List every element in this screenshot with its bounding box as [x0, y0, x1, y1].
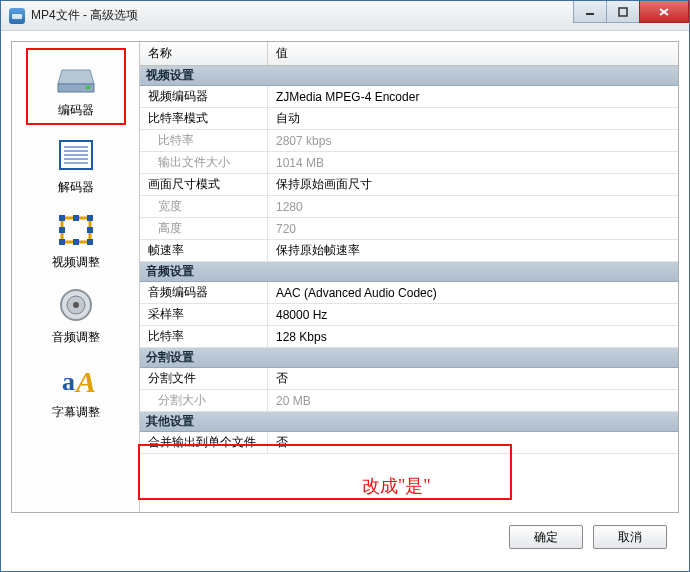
setting-key: 比特率 — [140, 326, 268, 347]
title-bar: MP4文件 - 高级选项 — [1, 1, 689, 31]
app-icon — [9, 8, 25, 24]
svg-text:a: a — [62, 367, 75, 396]
setting-row[interactable]: 画面尺寸模式保持原始画面尺寸 — [140, 174, 678, 196]
setting-key: 画面尺寸模式 — [140, 174, 268, 195]
setting-value[interactable]: 保持原始画面尺寸 — [268, 174, 678, 195]
svg-rect-19 — [73, 239, 79, 245]
sidebar: 编码器 解码器 — [12, 42, 140, 512]
setting-key: 分割文件 — [140, 368, 268, 389]
svg-rect-15 — [87, 215, 93, 221]
svg-rect-6 — [86, 86, 90, 89]
sidebar-item-video-adjust[interactable]: 视频调整 — [26, 202, 126, 275]
setting-row: 输出文件大小1014 MB — [140, 152, 678, 174]
setting-row[interactable]: 比特率128 Kbps — [140, 326, 678, 348]
setting-key: 比特率 — [140, 130, 268, 151]
sidebar-item-label: 音频调整 — [52, 329, 100, 346]
setting-key: 宽度 — [140, 196, 268, 217]
setting-row: 宽度1280 — [140, 196, 678, 218]
grid-header: 名称 值 — [140, 42, 678, 66]
section-other: 其他设置 — [140, 412, 678, 432]
setting-value[interactable]: 否 — [268, 368, 678, 389]
setting-key: 分割大小 — [140, 390, 268, 411]
sidebar-item-label: 解码器 — [58, 179, 94, 196]
svg-point-24 — [73, 302, 79, 308]
setting-value: 1014 MB — [268, 152, 678, 173]
decoder-icon — [52, 135, 100, 175]
sidebar-item-label: 字幕调整 — [52, 404, 100, 421]
col-name: 名称 — [140, 42, 268, 65]
sidebar-item-encoder[interactable]: 编码器 — [26, 48, 126, 125]
setting-row[interactable]: 采样率48000 Hz — [140, 304, 678, 326]
svg-rect-14 — [59, 215, 65, 221]
setting-value[interactable]: ZJMedia MPEG-4 Encoder — [268, 86, 678, 107]
encoder-icon — [52, 58, 100, 98]
setting-key: 采样率 — [140, 304, 268, 325]
annotation-text: 改成"是" — [362, 474, 431, 498]
setting-row: 高度720 — [140, 218, 678, 240]
audio-adjust-icon — [52, 285, 100, 325]
window-title: MP4文件 - 高级选项 — [31, 7, 138, 24]
setting-value: 1280 — [268, 196, 678, 217]
setting-key: 高度 — [140, 218, 268, 239]
setting-key: 输出文件大小 — [140, 152, 268, 173]
svg-text:A: A — [74, 365, 96, 398]
section-audio: 音频设置 — [140, 262, 678, 282]
sidebar-item-label: 视频调整 — [52, 254, 100, 271]
section-video: 视频设置 — [140, 66, 678, 86]
maximize-button[interactable] — [606, 1, 640, 23]
setting-row[interactable]: 合并输出到单个文件否 — [140, 432, 678, 454]
setting-row: 比特率2807 kbps — [140, 130, 678, 152]
minimize-button[interactable] — [573, 1, 607, 23]
setting-row[interactable]: 视频编码器ZJMedia MPEG-4 Encoder — [140, 86, 678, 108]
setting-value[interactable]: 保持原始帧速率 — [268, 240, 678, 261]
setting-key: 比特率模式 — [140, 108, 268, 129]
setting-value[interactable]: 自动 — [268, 108, 678, 129]
svg-rect-1 — [619, 8, 627, 16]
sidebar-item-subtitle-adjust[interactable]: a A 字幕调整 — [26, 352, 126, 425]
sidebar-item-decoder[interactable]: 解码器 — [26, 127, 126, 200]
video-adjust-icon — [52, 210, 100, 250]
setting-value: 720 — [268, 218, 678, 239]
setting-value[interactable]: 否 — [268, 432, 678, 453]
svg-rect-18 — [73, 215, 79, 221]
svg-rect-13 — [62, 218, 90, 242]
setting-row: 分割大小20 MB — [140, 390, 678, 412]
setting-row[interactable]: 比特率模式自动 — [140, 108, 678, 130]
setting-row[interactable]: 分割文件否 — [140, 368, 678, 390]
setting-value[interactable]: AAC (Advanced Audio Codec) — [268, 282, 678, 303]
setting-value[interactable]: 48000 Hz — [268, 304, 678, 325]
sidebar-item-label: 编码器 — [58, 102, 94, 119]
dialog-footer: 确定 取消 — [11, 513, 679, 561]
setting-key: 合并输出到单个文件 — [140, 432, 268, 453]
sidebar-item-audio-adjust[interactable]: 音频调整 — [26, 277, 126, 350]
settings-grid: 名称 值 视频设置 视频编码器ZJMedia MPEG-4 Encoder比特率… — [140, 42, 678, 512]
setting-key: 帧速率 — [140, 240, 268, 261]
setting-row[interactable]: 帧速率保持原始帧速率 — [140, 240, 678, 262]
section-split: 分割设置 — [140, 348, 678, 368]
svg-rect-16 — [59, 239, 65, 245]
svg-marker-4 — [58, 70, 94, 84]
setting-row[interactable]: 音频编码器AAC (Advanced Audio Codec) — [140, 282, 678, 304]
setting-value[interactable]: 128 Kbps — [268, 326, 678, 347]
svg-rect-17 — [87, 239, 93, 245]
setting-key: 音频编码器 — [140, 282, 268, 303]
setting-value: 2807 kbps — [268, 130, 678, 151]
col-value: 值 — [268, 42, 678, 65]
svg-rect-21 — [87, 227, 93, 233]
subtitle-adjust-icon: a A — [52, 360, 100, 400]
setting-value: 20 MB — [268, 390, 678, 411]
svg-rect-20 — [59, 227, 65, 233]
ok-button[interactable]: 确定 — [509, 525, 583, 549]
setting-key: 视频编码器 — [140, 86, 268, 107]
cancel-button[interactable]: 取消 — [593, 525, 667, 549]
close-button[interactable] — [639, 1, 689, 23]
